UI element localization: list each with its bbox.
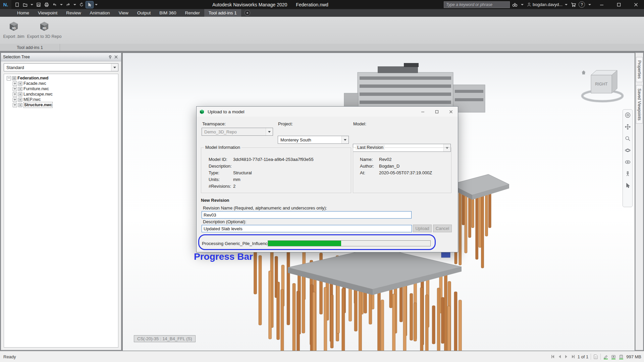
tree-mode-combo[interactable]: Standard — [4, 63, 118, 71]
type-label: Type: — [209, 170, 233, 175]
dialog-title-bar[interactable]: Upload to a model — [197, 107, 458, 117]
select-tool-icon[interactable] — [86, 1, 93, 8]
redo-icon[interactable] — [64, 1, 72, 8]
open-caret-icon[interactable] — [31, 4, 33, 5]
tab-view[interactable]: View — [114, 9, 133, 17]
open-file-icon[interactable] — [21, 1, 29, 8]
tab-review[interactable]: Review — [62, 9, 85, 17]
pin-icon[interactable] — [107, 54, 113, 60]
expand-icon[interactable] — [13, 87, 17, 91]
tab-output[interactable]: Output — [133, 9, 155, 17]
export-3d-repo-label: Export to 3D Repo — [27, 34, 62, 39]
tree-row-facade[interactable]: Facade.nwc — [4, 81, 118, 86]
tab-home[interactable]: Home — [13, 9, 34, 17]
sheet-browser-icon[interactable] — [593, 354, 598, 359]
dialog-close-button[interactable] — [444, 107, 458, 117]
rev-name-value: Rev02 — [379, 157, 449, 162]
search-input[interactable] — [444, 1, 510, 8]
view-cube[interactable]: RIGHT — [578, 62, 629, 107]
ribbon-tab-row: Home Viewpoint Review Animation View Out… — [0, 9, 644, 17]
user-account[interactable]: bogdan.davyd... — [527, 2, 569, 7]
redraw-meter-icon[interactable] — [603, 354, 608, 359]
cart-icon[interactable] — [571, 2, 576, 7]
navisworks-logo[interactable]: N. — [0, 0, 11, 9]
help-caret-icon[interactable] — [588, 4, 591, 5]
expand-icon[interactable] — [13, 81, 17, 86]
walk-icon[interactable] — [625, 171, 631, 177]
tab-bim360[interactable]: BIM 360 — [155, 9, 180, 17]
revision-name-input[interactable] — [202, 211, 412, 219]
qat-customize-caret-icon[interactable] — [95, 4, 98, 5]
tab-render[interactable]: Render — [180, 9, 204, 17]
tree-label-mep: MEP.nwc — [23, 97, 41, 102]
memory-meter-icon[interactable] — [611, 354, 616, 359]
binoculars-icon[interactable] — [512, 2, 518, 7]
next-sheet-icon[interactable] — [564, 355, 568, 359]
look-around-icon[interactable] — [625, 159, 631, 165]
expand-icon[interactable] — [13, 103, 17, 107]
panel-close-icon[interactable] — [113, 54, 119, 60]
steering-wheel-icon[interactable] — [625, 112, 631, 118]
export-to-3d-repo-button[interactable]: 3D Export to 3D Repo — [27, 18, 62, 42]
expand-icon[interactable] — [13, 98, 17, 102]
model-id-label: Model ID: — [209, 157, 233, 162]
maximize-button[interactable] — [611, 0, 626, 9]
tree-row-landscape[interactable]: Landscape.nwc — [4, 92, 118, 97]
tab-saved-viewpoints[interactable]: Saved Viewpoints — [636, 85, 643, 124]
help-glyph: ? — [581, 2, 583, 7]
tree-row-structure[interactable]: Structure.nwc — [4, 102, 118, 108]
search-caret-icon[interactable] — [521, 4, 524, 5]
undo-icon[interactable] — [51, 1, 58, 8]
first-sheet-icon[interactable] — [551, 355, 555, 359]
pan-icon[interactable] — [625, 124, 631, 130]
last-revision-groupbox: Last Revision Name:Rev02 Author:Bogdan_D… — [353, 147, 451, 193]
teamspace-combo[interactable]: Demo_3D_Repo — [202, 128, 273, 136]
revision-name-label: Revision Name (Required, alphanumeric an… — [203, 205, 327, 210]
description-input[interactable] — [202, 225, 412, 232]
revisions-value: 2 — [233, 184, 349, 189]
viewcube-home-icon — [582, 70, 586, 74]
undo-caret-icon[interactable] — [60, 4, 63, 5]
dialog-title: Upload to a model — [208, 109, 245, 114]
refresh-icon[interactable] — [78, 1, 85, 8]
collapse-icon[interactable] — [7, 76, 11, 80]
tab-tool-addins-1[interactable]: Tool add-ins 1 — [204, 9, 241, 17]
save-icon[interactable] — [35, 1, 42, 8]
tab-animation[interactable]: Animation — [86, 9, 114, 17]
minimize-button[interactable] — [594, 0, 609, 9]
user-caret-icon — [565, 4, 568, 5]
rev-at-label: At: — [360, 170, 379, 175]
help-icon[interactable]: ? — [579, 1, 585, 8]
tree-row-furniture[interactable]: Furniture.nwc — [4, 86, 118, 92]
new-file-icon[interactable] — [13, 1, 21, 8]
cpu-meter-icon[interactable] — [619, 354, 624, 359]
tree-row-federation[interactable]: Federation.nwd — [4, 75, 118, 81]
tree-label-structure: Structure.nwc — [23, 102, 53, 108]
cancel-button[interactable]: Cancel — [433, 225, 452, 232]
close-button[interactable] — [629, 0, 643, 9]
description-label: Description: — [209, 164, 233, 169]
expand-icon[interactable] — [13, 92, 17, 97]
progress-status-text: Processing Generic_Pile_InfluenceAr... — [202, 241, 268, 246]
units-label: Units: — [209, 177, 233, 182]
redo-caret-icon[interactable] — [73, 4, 76, 5]
rev-author-label: Author: — [360, 164, 379, 169]
title-bar: N. Autodesk Navisworks Manage 2020 Feder… — [0, 0, 644, 9]
dialog-minimize-button[interactable] — [416, 107, 430, 117]
prev-sheet-icon[interactable] — [558, 355, 562, 359]
tab-properties[interactable]: Properties — [636, 57, 643, 82]
dialog-maximize-button[interactable] — [430, 107, 444, 117]
upload-button[interactable]: Upload — [413, 225, 432, 232]
project-combo[interactable]: Monterey South — [278, 136, 349, 144]
print-icon[interactable] — [43, 1, 50, 8]
orbit-icon[interactable] — [625, 147, 631, 153]
select-cursor-icon[interactable] — [625, 183, 631, 188]
tree-row-mep[interactable]: MEP.nwc — [4, 97, 118, 102]
last-sheet-icon[interactable] — [571, 355, 575, 359]
export-bim-button[interactable]: 3D Export .bim — [2, 18, 25, 42]
progress-row: Processing Generic_Pile_InfluenceAr... — [197, 237, 445, 250]
ribbon-options-icon[interactable] — [245, 10, 250, 16]
tab-viewpoint[interactable]: Viewpoint — [34, 9, 62, 17]
zoom-icon[interactable] — [625, 136, 631, 141]
export-3d-repo-icon: 3D — [38, 20, 51, 33]
